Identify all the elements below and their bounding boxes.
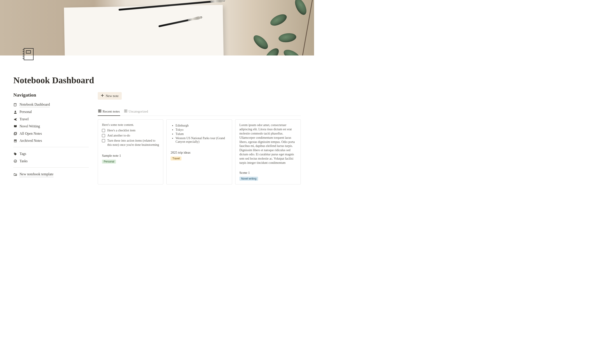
checklist-item: And another to-do	[102, 134, 159, 138]
svg-rect-25	[100, 111, 101, 112]
person-icon	[13, 110, 17, 114]
note-card-2025-trip-ideas[interactable]: Edinburgh Tokyo Tulum Western US Nationa…	[166, 119, 232, 184]
svg-point-16	[14, 153, 15, 153]
bullet-item: Tokyo	[175, 128, 228, 132]
nav-item-label: Archived Notes	[20, 138, 42, 143]
gallery-icon	[124, 109, 127, 113]
nav-item-tasks[interactable]: Tasks	[13, 157, 89, 165]
svg-rect-26	[124, 110, 125, 111]
checklist-item-label: And another to-do	[107, 134, 159, 138]
tab-recent-notes[interactable]: Recent notes	[98, 108, 120, 116]
svg-rect-23	[100, 110, 101, 111]
svg-rect-22	[98, 110, 99, 111]
notes-stack-icon	[13, 132, 17, 136]
note-card-title: Scene 1	[240, 171, 296, 175]
new-note-button-label: New note	[106, 94, 119, 98]
tab-uncategorized[interactable]: Uncategorized	[124, 108, 148, 116]
cover-leaf	[251, 33, 270, 51]
note-card-title: Sample note 1	[102, 154, 159, 157]
notebook-dashboard-icon	[13, 103, 17, 107]
svg-rect-1	[26, 51, 31, 53]
tag-icon	[13, 152, 17, 156]
nav-item-label: New notebook template	[20, 172, 53, 177]
nav-item-personal[interactable]: Personal	[13, 108, 89, 116]
checklist-item-label: Turn these into action items (related to…	[107, 139, 159, 147]
archive-icon	[13, 139, 17, 143]
bullet-item: Western US National Parks tour (Grand Ca…	[175, 136, 228, 143]
nav-item-label: Novel Writing	[20, 124, 40, 129]
svg-rect-0	[24, 48, 33, 60]
nav-item-novel-writing[interactable]: Novel Writing	[13, 123, 89, 130]
airplane-icon	[13, 117, 17, 121]
nav-item-travel[interactable]: Travel	[13, 116, 89, 123]
nav-item-all-open-notes[interactable]: All Open Notes	[13, 130, 89, 137]
checklist-item: Turn these into action items (related to…	[102, 139, 159, 147]
cover-paper-sheet	[64, 5, 224, 55]
tab-label: Uncategorized	[129, 110, 148, 113]
view-tabs: Recent notes Uncategorized	[98, 108, 301, 116]
nav-item-label: Personal	[20, 109, 32, 114]
checkbox-icon[interactable]	[102, 134, 105, 137]
new-note-button[interactable]: New note	[98, 92, 122, 100]
note-card-scene-1[interactable]: Lorem ipsum odor amet, consectetuer adip…	[235, 119, 301, 184]
checkbox-icon[interactable]	[102, 139, 105, 142]
plus-icon	[101, 94, 104, 98]
nav-item-notebook-dashboard[interactable]: Notebook Dashboard	[13, 101, 89, 108]
checklist-item: Here's a checklist item	[102, 129, 159, 132]
note-card-sample-note-1[interactable]: Here's some note content. Here's a check…	[98, 119, 163, 184]
nav-item-label: Notebook Dashboard	[20, 102, 50, 107]
nav-item-tags[interactable]: Tags	[13, 150, 89, 157]
note-card-tag: Novel writing	[240, 177, 258, 181]
svg-rect-28	[124, 111, 125, 112]
note-card-tag: Personal	[102, 160, 116, 164]
folder-add-icon	[13, 172, 17, 176]
note-card-text: Lorem ipsum odor amet, consectetuer adip…	[240, 123, 296, 165]
tab-label: Recent notes	[103, 110, 120, 113]
checklist-item-label: Here's a checklist item	[107, 129, 159, 132]
nav-item-label: All Open Notes	[20, 131, 42, 136]
svg-rect-24	[98, 111, 99, 112]
bullet-item: Tulum	[175, 132, 228, 136]
divider	[13, 147, 89, 147]
navigation-heading: Navigation	[13, 92, 89, 98]
checkbox-icon[interactable]	[102, 129, 105, 132]
svg-rect-29	[126, 111, 127, 112]
divider	[13, 167, 89, 168]
note-card-tag: Travel	[171, 156, 181, 160]
gallery-icon	[98, 109, 101, 113]
nav-item-label: Tags	[20, 151, 26, 156]
nav-item-label: Travel	[20, 117, 29, 122]
note-card-title: 2025 trip ideas	[171, 151, 228, 155]
svg-rect-13	[14, 140, 17, 140]
bullet-item: Edinburgh	[175, 124, 228, 127]
svg-rect-27	[126, 110, 127, 111]
nav-item-archived-notes[interactable]: Archived Notes	[13, 137, 89, 144]
cover-image	[0, 0, 314, 55]
nav-item-label: Tasks	[20, 159, 27, 164]
page-title[interactable]: Notebook Dashboard	[13, 75, 301, 85]
svg-rect-8	[14, 104, 16, 106]
svg-point-10	[15, 111, 16, 112]
page-icon-notebook[interactable]	[21, 47, 35, 61]
note-card-intro: Here's some note content.	[102, 123, 159, 127]
book-icon	[13, 124, 17, 128]
nav-item-new-notebook-template[interactable]: New notebook template	[13, 171, 89, 178]
check-circle-icon	[13, 159, 17, 163]
